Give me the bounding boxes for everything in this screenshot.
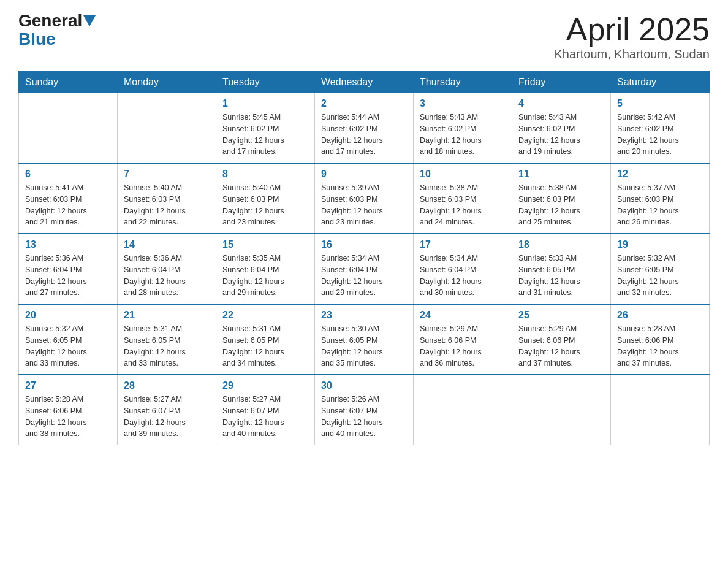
day-number: 3	[420, 98, 506, 109]
day-number: 23	[321, 310, 407, 321]
calendar-day-cell: 30Sunrise: 5:26 AM Sunset: 6:07 PM Dayli…	[315, 375, 414, 445]
calendar-day-cell: 4Sunrise: 5:43 AM Sunset: 6:02 PM Daylig…	[512, 93, 611, 164]
day-info: Sunrise: 5:33 AM Sunset: 6:05 PM Dayligh…	[518, 253, 604, 299]
calendar-day-cell: 2Sunrise: 5:44 AM Sunset: 6:02 PM Daylig…	[315, 93, 414, 164]
day-number: 24	[420, 310, 506, 321]
day-info: Sunrise: 5:40 AM Sunset: 6:03 PM Dayligh…	[222, 182, 308, 228]
day-info: Sunrise: 5:45 AM Sunset: 6:02 PM Dayligh…	[222, 112, 308, 158]
day-number: 12	[617, 169, 703, 180]
calendar-day-cell: 13Sunrise: 5:36 AM Sunset: 6:04 PM Dayli…	[19, 234, 118, 304]
calendar-day-cell: 27Sunrise: 5:28 AM Sunset: 6:06 PM Dayli…	[19, 375, 118, 445]
day-info: Sunrise: 5:28 AM Sunset: 6:06 PM Dayligh…	[25, 394, 111, 440]
day-number: 30	[321, 380, 407, 391]
calendar-day-cell: 3Sunrise: 5:43 AM Sunset: 6:02 PM Daylig…	[414, 93, 512, 164]
calendar-day-cell: 14Sunrise: 5:36 AM Sunset: 6:04 PM Dayli…	[118, 234, 216, 304]
calendar-day-cell	[19, 93, 118, 164]
day-number: 20	[25, 310, 111, 321]
calendar-day-cell: 8Sunrise: 5:40 AM Sunset: 6:03 PM Daylig…	[216, 163, 315, 234]
calendar-day-cell: 23Sunrise: 5:30 AM Sunset: 6:05 PM Dayli…	[315, 304, 414, 375]
day-number: 4	[518, 98, 604, 109]
calendar-day-cell: 18Sunrise: 5:33 AM Sunset: 6:05 PM Dayli…	[512, 234, 611, 304]
calendar-day-cell: 12Sunrise: 5:37 AM Sunset: 6:03 PM Dayli…	[611, 163, 710, 234]
day-number: 17	[420, 239, 506, 250]
calendar-day-cell	[512, 375, 611, 445]
calendar-day-cell: 6Sunrise: 5:41 AM Sunset: 6:03 PM Daylig…	[19, 163, 118, 234]
calendar-day-cell: 28Sunrise: 5:27 AM Sunset: 6:07 PM Dayli…	[118, 375, 216, 445]
day-info: Sunrise: 5:30 AM Sunset: 6:05 PM Dayligh…	[321, 323, 407, 369]
day-info: Sunrise: 5:29 AM Sunset: 6:06 PM Dayligh…	[518, 323, 604, 369]
calendar-week-row: 6Sunrise: 5:41 AM Sunset: 6:03 PM Daylig…	[19, 163, 710, 234]
calendar-day-cell: 20Sunrise: 5:32 AM Sunset: 6:05 PM Dayli…	[19, 304, 118, 375]
day-number: 14	[124, 239, 210, 250]
calendar-table: SundayMondayTuesdayWednesdayThursdayFrid…	[18, 71, 710, 445]
day-number: 22	[222, 310, 308, 321]
day-number: 18	[518, 239, 604, 250]
calendar-week-row: 27Sunrise: 5:28 AM Sunset: 6:06 PM Dayli…	[19, 375, 710, 445]
calendar-body: 1Sunrise: 5:45 AM Sunset: 6:02 PM Daylig…	[19, 93, 710, 445]
calendar-day-cell	[611, 375, 710, 445]
day-info: Sunrise: 5:41 AM Sunset: 6:03 PM Dayligh…	[25, 182, 111, 228]
calendar-day-cell: 7Sunrise: 5:40 AM Sunset: 6:03 PM Daylig…	[118, 163, 216, 234]
logo-blue-text: Blue	[18, 29, 56, 49]
calendar-day-cell: 24Sunrise: 5:29 AM Sunset: 6:06 PM Dayli…	[414, 304, 512, 375]
day-number: 13	[25, 239, 111, 250]
day-number: 1	[222, 98, 308, 109]
page-subtitle: Khartoum, Khartoum, Sudan	[555, 47, 710, 61]
calendar-day-cell: 25Sunrise: 5:29 AM Sunset: 6:06 PM Dayli…	[512, 304, 611, 375]
days-of-week-row: SundayMondayTuesdayWednesdayThursdayFrid…	[19, 72, 710, 93]
day-info: Sunrise: 5:38 AM Sunset: 6:03 PM Dayligh…	[518, 182, 604, 228]
day-info: Sunrise: 5:36 AM Sunset: 6:04 PM Dayligh…	[124, 253, 210, 299]
day-number: 2	[321, 98, 407, 109]
calendar-week-row: 20Sunrise: 5:32 AM Sunset: 6:05 PM Dayli…	[19, 304, 710, 375]
calendar-day-cell: 21Sunrise: 5:31 AM Sunset: 6:05 PM Dayli…	[118, 304, 216, 375]
day-number: 8	[222, 169, 308, 180]
day-number: 5	[617, 98, 703, 109]
day-info: Sunrise: 5:43 AM Sunset: 6:02 PM Dayligh…	[518, 112, 604, 158]
calendar-day-cell: 15Sunrise: 5:35 AM Sunset: 6:04 PM Dayli…	[216, 234, 315, 304]
day-info: Sunrise: 5:31 AM Sunset: 6:05 PM Dayligh…	[222, 323, 308, 369]
day-info: Sunrise: 5:35 AM Sunset: 6:04 PM Dayligh…	[222, 253, 308, 299]
day-info: Sunrise: 5:42 AM Sunset: 6:02 PM Dayligh…	[617, 112, 703, 158]
calendar-week-row: 1Sunrise: 5:45 AM Sunset: 6:02 PM Daylig…	[19, 93, 710, 164]
day-info: Sunrise: 5:34 AM Sunset: 6:04 PM Dayligh…	[420, 253, 506, 299]
day-info: Sunrise: 5:27 AM Sunset: 6:07 PM Dayligh…	[222, 394, 308, 440]
calendar-week-row: 13Sunrise: 5:36 AM Sunset: 6:04 PM Dayli…	[19, 234, 710, 304]
day-number: 26	[617, 310, 703, 321]
calendar-day-cell	[414, 375, 512, 445]
logo-triangle-icon	[83, 15, 96, 26]
day-of-week-header: Wednesday	[315, 72, 414, 93]
calendar-day-cell: 22Sunrise: 5:31 AM Sunset: 6:05 PM Dayli…	[216, 304, 315, 375]
day-info: Sunrise: 5:26 AM Sunset: 6:07 PM Dayligh…	[321, 394, 407, 440]
day-info: Sunrise: 5:37 AM Sunset: 6:03 PM Dayligh…	[617, 182, 703, 228]
logo-general-text: General	[18, 12, 82, 29]
day-number: 28	[124, 380, 210, 391]
day-info: Sunrise: 5:28 AM Sunset: 6:06 PM Dayligh…	[617, 323, 703, 369]
day-info: Sunrise: 5:29 AM Sunset: 6:06 PM Dayligh…	[420, 323, 506, 369]
calendar-day-cell: 11Sunrise: 5:38 AM Sunset: 6:03 PM Dayli…	[512, 163, 611, 234]
day-number: 9	[321, 169, 407, 180]
title-block: April 2025 Khartoum, Khartoum, Sudan	[555, 12, 710, 61]
day-info: Sunrise: 5:44 AM Sunset: 6:02 PM Dayligh…	[321, 112, 407, 158]
day-of-week-header: Thursday	[414, 72, 512, 93]
day-number: 25	[518, 310, 604, 321]
calendar-day-cell: 19Sunrise: 5:32 AM Sunset: 6:05 PM Dayli…	[611, 234, 710, 304]
calendar-day-cell	[118, 93, 216, 164]
day-number: 27	[25, 380, 111, 391]
day-number: 16	[321, 239, 407, 250]
day-number: 7	[124, 169, 210, 180]
calendar-day-cell: 29Sunrise: 5:27 AM Sunset: 6:07 PM Dayli…	[216, 375, 315, 445]
calendar-day-cell: 17Sunrise: 5:34 AM Sunset: 6:04 PM Dayli…	[414, 234, 512, 304]
day-number: 29	[222, 380, 308, 391]
day-number: 6	[25, 169, 111, 180]
calendar-day-cell: 10Sunrise: 5:38 AM Sunset: 6:03 PM Dayli…	[414, 163, 512, 234]
day-info: Sunrise: 5:32 AM Sunset: 6:05 PM Dayligh…	[617, 253, 703, 299]
day-number: 19	[617, 239, 703, 250]
day-number: 11	[518, 169, 604, 180]
page-header: General Blue April 2025 Khartoum, Kharto…	[18, 12, 710, 61]
calendar-day-cell: 5Sunrise: 5:42 AM Sunset: 6:02 PM Daylig…	[611, 93, 710, 164]
page-title: April 2025	[555, 12, 710, 47]
day-info: Sunrise: 5:36 AM Sunset: 6:04 PM Dayligh…	[25, 253, 111, 299]
calendar-day-cell: 26Sunrise: 5:28 AM Sunset: 6:06 PM Dayli…	[611, 304, 710, 375]
day-of-week-header: Sunday	[19, 72, 118, 93]
day-number: 21	[124, 310, 210, 321]
